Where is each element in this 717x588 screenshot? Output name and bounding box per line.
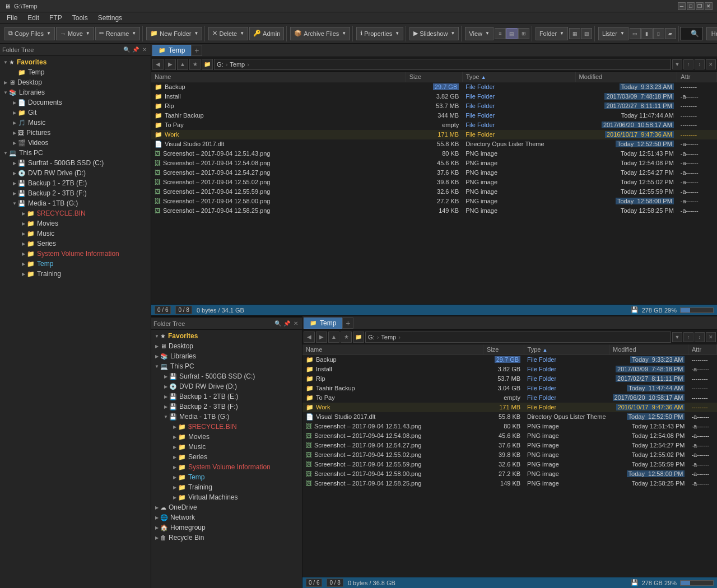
tab-1-add-button[interactable]: +: [191, 45, 202, 56]
sidebar-item-18[interactable]: ▶🌐Network: [151, 512, 302, 522]
sidebar-item-21[interactable]: ▶📁Training: [0, 269, 151, 279]
table-row[interactable]: 📁Work171 MBFile Folder2016/10/17 9:47:36…: [302, 403, 717, 412]
table-row[interactable]: 🖼Screenshot – 2017-09-04 12.55.02.png39.…: [302, 450, 717, 460]
table-row[interactable]: 🖼Screenshot – 2017-09-04 12.54.08.png45.…: [302, 431, 717, 441]
lister-view-4-icon[interactable]: ▰: [665, 28, 676, 39]
sidebar-item-5[interactable]: ▶💿DVD RW Drive (D:): [151, 381, 302, 391]
table-row[interactable]: 📁Install3.82 GBFile Folder2017/03/09 7:4…: [302, 365, 717, 374]
table-row[interactable]: 🖼Screenshot – 2017-09-04 12.54.27.png37.…: [151, 168, 717, 178]
sidebar-item-17[interactable]: ▶☁OneDrive: [151, 502, 302, 512]
table-row[interactable]: 📄Visual Studio 2017.dlt55.8 KBDirectory …: [151, 139, 717, 149]
sidebar-item-19[interactable]: ▶📁System Volume Information: [0, 249, 151, 259]
table-row[interactable]: 🖼Screenshot – 2017-09-04 12.54.27.png37.…: [302, 441, 717, 450]
sidebar-close-button[interactable]: ✕: [141, 46, 148, 54]
search-icon[interactable]: 🔍: [687, 30, 702, 38]
table-row[interactable]: 🖼Screenshot – 2017-09-04 12.58.25.png149…: [302, 479, 717, 488]
table-row[interactable]: 📁Rip53.7 MBFile Folder2017/02/27 8:11:11…: [302, 374, 717, 384]
close-button[interactable]: ✕: [705, 2, 713, 10]
lister-view-3-icon[interactable]: ▯: [653, 28, 664, 39]
sidebar-item-6[interactable]: ▶🎵Music: [0, 118, 151, 128]
move-button[interactable]: → Move ▼: [56, 27, 94, 40]
sidebar-item-8[interactable]: ▼💾Media - 1TB (G:): [151, 412, 302, 422]
delete-button[interactable]: ✕ Delete ▼: [208, 27, 248, 40]
sidebar-item-7[interactable]: ▶🖼Pictures: [0, 128, 151, 138]
sidebar-item-16[interactable]: ▶📁Virtual Machines: [151, 492, 302, 502]
loc-dropdown-button-2[interactable]: ▼: [672, 332, 682, 342]
view-button[interactable]: View ▼: [465, 27, 493, 40]
folder-button[interactable]: Folder ▼: [536, 27, 568, 40]
col-header-attr-2[interactable]: Attr: [688, 344, 716, 355]
back-button-2[interactable]: ◀: [304, 332, 315, 343]
rename-button[interactable]: ✏ Rename ▼: [95, 27, 141, 40]
sidebar-item-20[interactable]: ▶🗑Recycle Bin: [151, 533, 302, 543]
forward-button-2[interactable]: ▶: [316, 332, 327, 343]
tab-2-add-button[interactable]: +: [342, 318, 353, 329]
col-header-attr-1[interactable]: Attr: [677, 72, 717, 82]
lister-button[interactable]: Lister ▼: [598, 27, 628, 40]
search-box[interactable]: 🔍: [680, 27, 703, 40]
folder-icon-1[interactable]: 📁: [202, 59, 213, 70]
table-row[interactable]: 📁Work171 MBFile Folder2016/10/17 9:47:36…: [151, 130, 717, 139]
minimize-button[interactable]: ─: [678, 2, 686, 10]
sidebar-item-10[interactable]: ▶💾Surfrat - 500GB SSD (C:): [0, 158, 151, 168]
sidebar-item-13[interactable]: ▶📁System Volume Information: [151, 462, 302, 472]
table-row[interactable]: 📁To PayemptyFile Folder2017/06/20 10:58:…: [302, 393, 717, 403]
sidebar-item-10[interactable]: ▶📁Movies: [151, 432, 302, 442]
maximize-button[interactable]: □: [687, 2, 695, 10]
col-header-name-2[interactable]: Name: [302, 344, 483, 355]
loc-copy-button-2[interactable]: ↑: [683, 332, 693, 342]
slideshow-button[interactable]: ▶ Slideshow ▼: [409, 27, 459, 40]
sidebar-item-11[interactable]: ▶💿DVD RW Drive (D:): [0, 168, 151, 178]
sidebar-item-9[interactable]: ▶📁$RECYCLE.BIN: [151, 422, 302, 432]
location-path-1[interactable]: G: › Temp ›: [214, 59, 671, 70]
sidebar-item-3[interactable]: ▼📚Libraries: [0, 87, 151, 97]
sidebar-item-17[interactable]: ▶📁Music: [0, 228, 151, 239]
folder-view-1-icon[interactable]: ▦: [569, 28, 580, 39]
sidebar2-lock-button[interactable]: 📌: [283, 320, 291, 328]
table-row[interactable]: 🖼Screenshot – 2017-09-04 12.55.02.png39.…: [151, 178, 717, 187]
archive-files-button[interactable]: 📦 Archive Files ▼: [290, 27, 350, 40]
sidebar-item-3[interactable]: ▼💻This PC: [151, 361, 302, 371]
menu-ftp[interactable]: FTP: [45, 13, 67, 23]
back-button-1[interactable]: ◀: [152, 59, 164, 70]
menu-edit[interactable]: Edit: [23, 13, 44, 23]
sidebar-item-13[interactable]: ▶💾Backup 2 - 3TB (F:): [0, 188, 151, 198]
restore-button[interactable]: ❐: [696, 2, 704, 10]
menu-settings[interactable]: Settings: [94, 13, 127, 23]
sidebar-item-9[interactable]: ▼💻This PC: [0, 148, 151, 158]
lister-view-1-icon[interactable]: ▭: [630, 28, 641, 39]
sidebar-item-20[interactable]: ▶📁Temp: [0, 259, 151, 269]
sidebar2-close-button[interactable]: ✕: [292, 320, 300, 328]
sidebar-item-6[interactable]: ▶💾Backup 1 - 2TB (E:): [151, 391, 302, 402]
loc-dropdown-button-1[interactable]: ▼: [672, 59, 682, 69]
home-button-2[interactable]: ★: [341, 332, 352, 343]
sidebar-item-4[interactable]: ▶📄Documents: [0, 97, 151, 108]
sidebar-item-4[interactable]: ▶💾Surfrat - 500GB SSD (C:): [151, 371, 302, 381]
loc-close-button-2[interactable]: ✕: [706, 332, 716, 342]
sidebar-search-button[interactable]: 🔍: [123, 46, 131, 54]
table-row[interactable]: 📁Backup29.7 GBFile FolderToday 9:33:23 A…: [151, 82, 717, 92]
view-list-icon[interactable]: ▤: [506, 28, 518, 39]
sidebar-item-12[interactable]: ▶📁Series: [151, 452, 302, 462]
loc-close-button-1[interactable]: ✕: [706, 59, 716, 69]
table-row[interactable]: 🖼Screenshot – 2017-09-04 12.51.43.png80 …: [151, 149, 717, 158]
table-row[interactable]: 📁Rip53.7 MBFile Folder2017/02/27 8:11:11…: [151, 101, 717, 111]
col-header-size-2[interactable]: Size: [483, 344, 524, 355]
table-row[interactable]: 🖼Screenshot – 2017-09-04 12.58.00.png27.…: [302, 469, 717, 479]
tab-1-temp[interactable]: 📁 Temp: [152, 45, 191, 56]
new-folder-button[interactable]: 📁 New Folder ▼: [146, 27, 202, 40]
sidebar-item-0[interactable]: ▼★Favorites: [151, 331, 302, 341]
search-input[interactable]: [681, 29, 687, 38]
menu-tools[interactable]: Tools: [68, 13, 92, 23]
folder-icon-2[interactable]: 📁: [353, 332, 364, 343]
admin-button[interactable]: 🔑 Admin: [249, 27, 284, 40]
location-path-2[interactable]: G: › Temp ›: [365, 332, 671, 343]
folder-view-2-icon[interactable]: ▧: [581, 28, 592, 39]
sidebar2-search-button[interactable]: 🔍: [274, 320, 282, 328]
copy-files-button[interactable]: ⧉ Copy Files ▼: [4, 27, 55, 40]
loc-swap-button-2[interactable]: ↕: [695, 332, 705, 342]
table-row[interactable]: 🖼Screenshot – 2017-09-04 12.55.59.png32.…: [302, 460, 717, 469]
table-row[interactable]: 📄Visual Studio 2017.dlt55.8 KBDirectory …: [302, 412, 717, 422]
table-row[interactable]: 🖼Screenshot – 2017-09-04 12.54.08.png45.…: [151, 158, 717, 168]
view-details-icon[interactable]: ≡: [495, 28, 506, 39]
